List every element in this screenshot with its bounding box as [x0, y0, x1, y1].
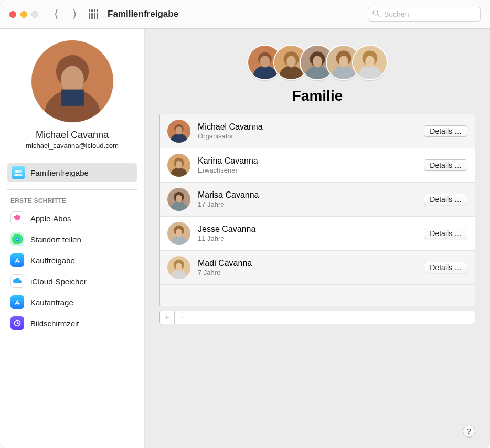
svg-point-21 [286, 56, 296, 67]
icloud-icon [10, 274, 24, 288]
member-role: 17 Jahre [198, 200, 417, 209]
details-button[interactable]: Details … [424, 125, 467, 137]
remove-member-button[interactable]: − [175, 311, 189, 324]
svg-rect-6 [61, 90, 84, 106]
user-name: Michael Cavanna [7, 130, 137, 141]
back-button[interactable]: ⟨ [54, 7, 59, 21]
search-input[interactable] [368, 7, 481, 22]
family-member-row[interactable]: Michael Cavanna Organisator Details … [160, 114, 475, 148]
sidebar-item-icloud-speicher[interactable]: iCloud-Speicher [7, 271, 137, 292]
sidebar-divider [7, 189, 137, 190]
sidebar-item-kaufanfrage[interactable]: Kaufanfrage [7, 292, 137, 313]
forward-button[interactable]: ⟩ [72, 7, 77, 21]
sidebar-item-family-sharing[interactable]: Familienfreigabe [7, 163, 137, 182]
svg-point-7 [15, 170, 18, 173]
svg-point-49 [176, 229, 182, 237]
sidebar-item-standort-teilen[interactable]: Standort teilen [7, 229, 137, 250]
svg-point-29 [339, 56, 348, 67]
add-member-button[interactable]: + [160, 311, 175, 324]
svg-point-53 [176, 263, 182, 271]
apple-one-icon [10, 211, 24, 225]
family-avatar [352, 45, 388, 80]
appstore-icon [10, 253, 24, 267]
show-all-prefs-button[interactable] [89, 9, 98, 19]
sidebar-item-label: Standort teilen [30, 235, 81, 244]
user-email: michael_cavanna@icloud.com [7, 142, 137, 150]
details-button[interactable]: Details … [424, 262, 467, 273]
member-role: 7 Jahre [198, 269, 417, 277]
member-name: Marisa Cavanna [198, 190, 417, 200]
family-member-row[interactable]: Karina Cavanna Erwachsener Details … [160, 148, 475, 183]
family-avatar-stack [159, 45, 475, 80]
member-avatar [167, 120, 190, 143]
window-controls [9, 11, 38, 18]
svg-point-8 [18, 170, 22, 173]
sidebar-item-label: Kaufanfrage [30, 298, 73, 307]
svg-point-17 [260, 56, 270, 67]
details-button[interactable]: Details … [424, 159, 467, 171]
list-empty-space [160, 285, 475, 306]
user-avatar[interactable] [31, 40, 113, 122]
member-role: 11 Jahre [198, 234, 417, 243]
member-avatar [167, 188, 190, 211]
svg-point-41 [176, 161, 182, 168]
sidebar-item-kauffreigabe[interactable]: Kauffreigabe [7, 250, 137, 271]
svg-point-25 [313, 56, 322, 67]
sidebar-item-label: iCloud-Speicher [30, 277, 87, 286]
svg-point-33 [365, 56, 375, 67]
family-member-row[interactable]: Madi Cavanna 7 Jahre Details … [160, 251, 475, 285]
member-avatar [167, 222, 190, 245]
svg-point-12 [17, 239, 18, 240]
member-role: Erwachsener [198, 166, 417, 175]
titlebar: ⟨ ⟩ Familienfreigabe [0, 0, 490, 29]
sidebar-item-label: Familienfreigabe [30, 168, 89, 177]
sidebar-section-header: ERSTE SCHRITTE [7, 197, 137, 205]
sidebar-item-bildschirmzeit[interactable]: Bildschirmzeit [7, 313, 137, 334]
appstore-icon [10, 295, 24, 309]
close-window-button[interactable] [9, 11, 16, 18]
family-member-row[interactable]: Marisa Cavanna 17 Jahre Details … [160, 183, 475, 217]
nav-arrows: ⟨ ⟩ [54, 7, 77, 21]
family-member-row[interactable]: Jesse Cavanna 11 Jahre Details … [160, 217, 475, 251]
member-avatar [167, 256, 190, 279]
svg-point-5 [61, 66, 84, 93]
member-name: Madi Cavanna [198, 258, 417, 269]
svg-point-45 [176, 195, 182, 202]
sidebar-item-label: Apple-Abos [30, 214, 71, 223]
details-button[interactable]: Details … [424, 194, 467, 205]
window-title: Familienfreigabe [108, 9, 178, 19]
member-avatar [167, 154, 190, 177]
main-pane: Familie Michael Cavanna Organisator Deta… [145, 29, 490, 448]
family-member-list: Michael Cavanna Organisator Details … Ka… [159, 114, 475, 306]
member-role: Organisator [198, 132, 417, 141]
zoom-window-button [31, 11, 38, 18]
search-icon [372, 9, 380, 19]
page-title: Familie [159, 88, 475, 104]
minimize-window-button[interactable] [20, 11, 27, 18]
sidebar-item-label: Kauffreigabe [30, 256, 75, 265]
findmy-icon [10, 232, 24, 246]
details-button[interactable]: Details … [424, 228, 467, 239]
sidebar-item-label: Bildschirmzeit [30, 319, 79, 328]
svg-line-1 [377, 15, 379, 17]
member-name: Jesse Cavanna [198, 224, 417, 234]
svg-point-37 [175, 126, 182, 134]
sidebar-item-apple-abos[interactable]: Apple-Abos [7, 208, 137, 229]
screentime-icon [10, 316, 24, 330]
help-button[interactable]: ? [463, 425, 475, 438]
member-name: Karina Cavanna [198, 156, 417, 166]
family-sharing-icon [12, 166, 25, 179]
member-name: Michael Cavanna [198, 122, 417, 132]
add-remove-controls: + − [159, 311, 475, 324]
sidebar: Michael Cavanna michael_cavanna@icloud.c… [0, 29, 145, 448]
search-wrap [368, 7, 481, 22]
